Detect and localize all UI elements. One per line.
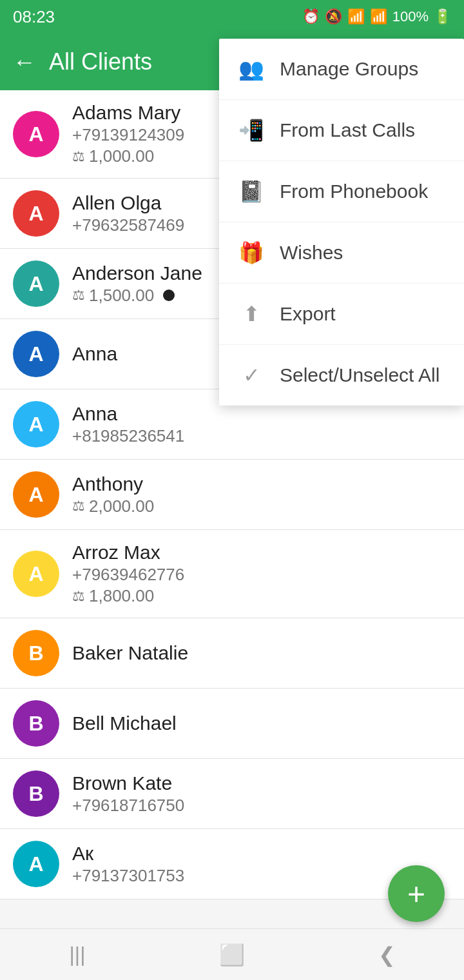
- dropdown-item-from-phonebook[interactable]: 📓From Phonebook: [219, 161, 464, 222]
- avatar: A: [13, 260, 59, 307]
- dropdown-item-export[interactable]: ⬆Export: [219, 284, 464, 345]
- contact-balance: ⚖2,000.00: [72, 496, 451, 516]
- battery-label: 100%: [392, 8, 429, 25]
- alarm-icon: ⏰: [302, 8, 320, 25]
- manage-groups-label: Manage Groups: [280, 58, 418, 80]
- contact-name: Bell Michael: [72, 712, 451, 734]
- nav-menu-button[interactable]: |||: [58, 936, 97, 974]
- wifi-icon: 📶: [347, 8, 365, 25]
- contact-name: Anna: [72, 403, 451, 425]
- manage-groups-icon: 👥: [238, 57, 264, 81]
- contact-phone: +79639462776: [72, 565, 451, 585]
- wishes-label: Wishes: [280, 242, 343, 264]
- dropdown-menu: 👥Manage Groups📲From Last Calls📓From Phon…: [219, 39, 464, 406]
- contact-info: Brown Kate+79618716750: [72, 772, 451, 816]
- page-title: All Clients: [49, 48, 152, 75]
- mute-icon: 🔕: [325, 8, 342, 25]
- avatar: А: [13, 841, 59, 887]
- select-unselect-label: Select/Unselect All: [280, 364, 440, 386]
- balance-icon: ⚖: [72, 498, 85, 514]
- dropdown-item-select-unselect[interactable]: ✓Select/Unselect All: [219, 345, 464, 406]
- contact-name: Ак: [72, 843, 451, 865]
- contact-info: Bell Michael: [72, 712, 451, 734]
- battery-icon: 🔋: [434, 8, 451, 25]
- avatar: A: [13, 401, 59, 447]
- from-last-calls-label: From Last Calls: [280, 119, 415, 141]
- status-bar: 08:23 ⏰ 🔕 📶 📶 100% 🔋: [0, 0, 464, 34]
- back-icon: ❮: [378, 943, 396, 967]
- home-icon: ⬜: [219, 943, 245, 967]
- balance-amount: 1,000.00: [89, 146, 154, 166]
- balance-amount: 1,800.00: [89, 586, 154, 606]
- contact-info: Arroz Max+79639462776⚖1,800.00: [72, 542, 451, 606]
- nav-home-button[interactable]: ⬜: [213, 936, 251, 974]
- status-time: 08:23: [13, 7, 55, 27]
- contact-info: Anna+81985236541: [72, 403, 451, 446]
- contact-name: Baker Natalie: [72, 642, 451, 664]
- avatar: A: [13, 331, 59, 377]
- menu-icon: |||: [70, 943, 86, 966]
- from-phonebook-label: From Phonebook: [280, 181, 428, 202]
- dropdown-item-from-last-calls[interactable]: 📲From Last Calls: [219, 100, 464, 161]
- avatar: B: [13, 700, 59, 747]
- avatar: A: [13, 111, 59, 157]
- back-button[interactable]: ←: [13, 48, 36, 75]
- list-item[interactable]: BBaker Natalie: [0, 618, 464, 689]
- list-item[interactable]: AArroz Max+79639462776⚖1,800.00: [0, 530, 464, 618]
- contact-info: Baker Natalie: [72, 642, 451, 664]
- add-contact-fab[interactable]: +: [388, 865, 445, 922]
- contact-name: Arroz Max: [72, 542, 451, 564]
- list-item[interactable]: BBell Michael: [0, 689, 464, 759]
- dropdown-item-manage-groups[interactable]: 👥Manage Groups: [219, 39, 464, 100]
- contact-name: Anthony: [72, 473, 451, 495]
- avatar: A: [13, 190, 59, 237]
- avatar: B: [13, 630, 59, 676]
- balance-icon: ⚖: [72, 148, 85, 165]
- contact-name: Brown Kate: [72, 772, 451, 794]
- nav-back-button[interactable]: ❮: [367, 936, 406, 974]
- plus-icon: +: [407, 876, 425, 912]
- signal-icon: 📶: [370, 8, 387, 25]
- avatar: A: [13, 471, 59, 518]
- contact-phone: +79618716750: [72, 796, 451, 816]
- bottom-navigation: ||| ⬜ ❮: [0, 928, 464, 980]
- list-item[interactable]: AAnthony⚖2,000.00: [0, 460, 464, 530]
- from-phonebook-icon: 📓: [238, 179, 264, 204]
- list-item[interactable]: BBrown Kate+79618716750: [0, 759, 464, 829]
- contact-phone: +81985236541: [72, 426, 451, 446]
- export-label: Export: [280, 303, 336, 325]
- export-icon: ⬆: [238, 302, 264, 326]
- avatar: A: [13, 551, 59, 597]
- balance-amount: 1,500.00: [89, 286, 154, 306]
- dropdown-item-wishes[interactable]: 🎁Wishes: [219, 222, 464, 284]
- balance-icon: ⚖: [72, 588, 85, 605]
- contact-balance: ⚖1,800.00: [72, 586, 451, 606]
- status-icons: ⏰ 🔕 📶 📶 100% 🔋: [302, 8, 451, 25]
- status-dot: [163, 289, 175, 301]
- avatar: B: [13, 770, 59, 817]
- wishes-icon: 🎁: [238, 240, 264, 265]
- from-last-calls-icon: 📲: [238, 118, 264, 142]
- balance-icon: ⚖: [72, 287, 85, 304]
- contact-info: Anthony⚖2,000.00: [72, 473, 451, 516]
- select-unselect-icon: ✓: [238, 363, 264, 387]
- balance-amount: 2,000.00: [89, 496, 154, 516]
